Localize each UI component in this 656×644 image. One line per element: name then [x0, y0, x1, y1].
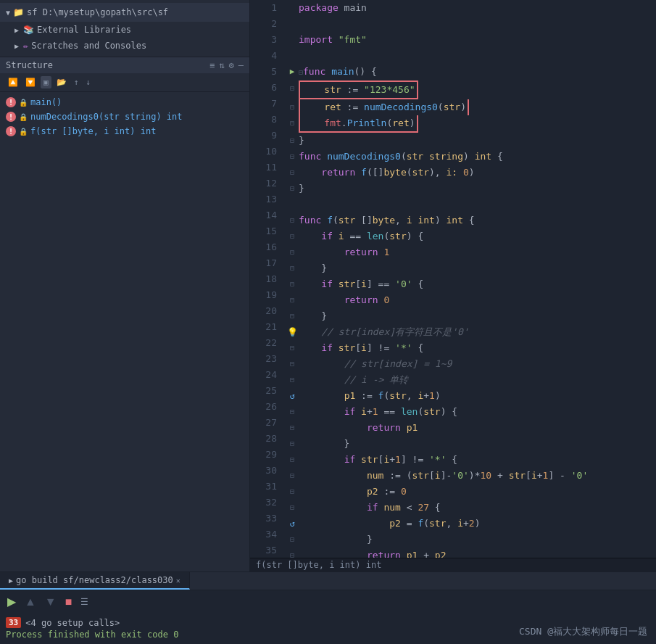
code-line-19: ⊟ return 0: [283, 292, 656, 308]
code-text-6: str := "123*456": [299, 80, 418, 99]
sidebar: ▼ 📁 sf D:\mysetup\gopath\src\sf ▶ 📚 Exte…: [0, 0, 250, 571]
scroll-down-button[interactable]: ▼: [42, 594, 59, 610]
line-num-28: 28: [250, 431, 283, 447]
sort-icon[interactable]: ⇅: [219, 60, 224, 70]
chevron-down-icon: ▼: [6, 9, 10, 17]
code-line-8: ⊟ fmt.Println(ret): [283, 115, 656, 133]
line-num-15: 15: [250, 223, 283, 239]
bottom-panel: ▶ go build sf/newclass2/class030 ✕ ▶ ▲ ▼…: [0, 571, 656, 644]
code-line-1: package main: [283, 0, 656, 16]
code-editor: 1 2 3 4 5 6 7 8 9 10 11 12 13 14 15 16 1…: [250, 0, 656, 571]
settings-icon[interactable]: ⚙: [229, 60, 234, 70]
line-num-5: 5: [250, 64, 283, 80]
gutter-32: ⊟: [286, 500, 299, 516]
code-text-25: p1 := f(str, i+1): [299, 388, 441, 404]
code-text-22: if str[i] != '*' {: [299, 340, 423, 356]
code-line-33: ↺ p2 = f(str, i+2): [283, 516, 656, 532]
code-line-35: ⊟ return p1 + p2: [283, 548, 656, 558]
line-num-18: 18: [250, 271, 283, 287]
line-num-22: 22: [250, 335, 283, 351]
code-line-6: ⊟ str := "123*456": [283, 80, 656, 99]
collapse-icon[interactable]: ↓: [83, 76, 93, 88]
code-line-21: 💡 // str[index]有字符且不是'0': [283, 324, 656, 340]
error-icon: !: [6, 112, 16, 122]
menu-button[interactable]: ☰: [78, 595, 91, 608]
code-content: 1 2 3 4 5 6 7 8 9 10 11 12 13 14 15 16 1…: [250, 0, 656, 558]
code-line-4: [283, 48, 656, 64]
run-tab-build[interactable]: ▶ go build sf/newclass2/class030 ✕: [0, 572, 190, 590]
gutter-23: ⊟: [286, 356, 299, 372]
fold-icon: ⊟: [290, 484, 294, 500]
line-num-25: 25: [250, 383, 283, 399]
close-icon[interactable]: —: [238, 60, 244, 70]
structure-item-main[interactable]: ! 🔒 main(): [0, 95, 249, 110]
exit-text: Process finished with exit code 0: [6, 629, 178, 640]
sort-asc-icon[interactable]: 🔼: [6, 76, 20, 88]
structure-icons-bar: 🔼 🔽 ▣ 📂 ↑ ↓: [0, 73, 249, 92]
code-text-23: // str[index] = 1~9: [299, 356, 452, 372]
close-tab-icon[interactable]: ✕: [176, 577, 180, 585]
code-text-15: if i == len(str) {: [299, 228, 423, 244]
gutter-12: ⊟: [286, 181, 299, 197]
line-numbers: 1 2 3 4 5 6 7 8 9 10 11 12 13 14 15 16 1…: [250, 0, 283, 558]
structure-panel: Structure ≡ ⇅ ⚙ — 🔼 🔽 ▣ 📂 ↑ ↓ ! 🔒: [0, 57, 249, 571]
sidebar-header: ▼ 📁 sf D:\mysetup\gopath\src\sf: [0, 3, 249, 22]
code-text-24: // i -> 单转: [299, 372, 408, 388]
call-count-badge: 33: [6, 617, 21, 628]
sidebar-item-external-libraries[interactable]: ▶ 📚 External Libraries: [0, 22, 249, 38]
fold-icon: ⊟: [290, 99, 294, 115]
sidebar-item-scratches[interactable]: ▶ ✏️ Scratches and Consoles: [0, 38, 249, 54]
code-text-9: }: [299, 133, 304, 149]
gutter-16: ⊟: [286, 244, 299, 260]
lock-icon: 🔒: [19, 113, 28, 121]
line-num-31: 31: [250, 479, 283, 495]
sync-icon: ↺: [289, 388, 294, 404]
line-num-17: 17: [250, 255, 283, 271]
gutter-6: ⊟: [286, 80, 299, 96]
code-line-34: ⊟ }: [283, 532, 656, 548]
stop-button[interactable]: ■: [62, 594, 75, 610]
code-text-30: num := (str[i]-'0')*10 + str[i+1] - '0': [299, 468, 588, 484]
sort-alpha-icon[interactable]: ≡: [209, 60, 215, 70]
play-button[interactable]: ▶: [4, 593, 19, 610]
chevron-right-icon: ▶: [14, 42, 19, 50]
error-icon: !: [6, 97, 16, 107]
line-num-9: 9: [250, 128, 283, 144]
fold-icon: ⊟: [290, 452, 294, 468]
structure-item-label: main(): [30, 97, 62, 107]
code-text-28: }: [299, 436, 349, 452]
expand-icon[interactable]: ↑: [72, 76, 81, 88]
gutter-26: ⊟: [286, 404, 299, 420]
gutter-28: ⊟: [286, 436, 299, 452]
gutter-11: ⊟: [286, 165, 299, 181]
gutter-7: ⊟: [286, 99, 299, 115]
structure-item-f[interactable]: ! 🔒 f(str []byte, i int) int: [0, 124, 249, 139]
filter-icon[interactable]: ▣: [41, 76, 51, 88]
code-text-16: return 1: [299, 244, 389, 260]
gutter-34: ⊟: [286, 532, 299, 548]
line-num-26: 26: [250, 399, 283, 415]
folder-icon[interactable]: 📂: [54, 76, 69, 88]
gutter-19: ⊟: [286, 292, 299, 308]
line-num-2: 2: [250, 16, 283, 32]
structure-item-numdecodings[interactable]: ! 🔒 numDecodings0(str string) int: [0, 110, 249, 124]
run-tabs: ▶ go build sf/newclass2/class030 ✕: [0, 572, 656, 590]
line-num-33: 33: [250, 511, 283, 527]
status-hint: f(str []byte, i int) int: [256, 560, 381, 570]
code-line-11: ⊟ return f([]byte(str), i: 0): [283, 165, 656, 181]
scroll-up-button[interactable]: ▲: [22, 594, 39, 610]
gutter-27: ⊟: [286, 420, 299, 436]
code-line-20: ⊟ }: [283, 308, 656, 324]
sync-icon: ↺: [289, 516, 294, 532]
sort-desc-icon[interactable]: 🔽: [23, 76, 38, 88]
line-num-30: 30: [250, 463, 283, 479]
gutter-14: ⊟: [286, 212, 299, 228]
lock-icon: 🔒: [19, 99, 28, 107]
line-num-34: 34: [250, 527, 283, 542]
watermark: CSDN @福大大架构师每日一题: [519, 625, 647, 638]
fold-icon: ⊟: [290, 228, 294, 244]
fold-icon: ⊟: [290, 276, 294, 292]
line-num-20: 20: [250, 303, 283, 319]
line-num-3: 3: [250, 32, 283, 48]
library-icon: 📚: [23, 25, 34, 35]
